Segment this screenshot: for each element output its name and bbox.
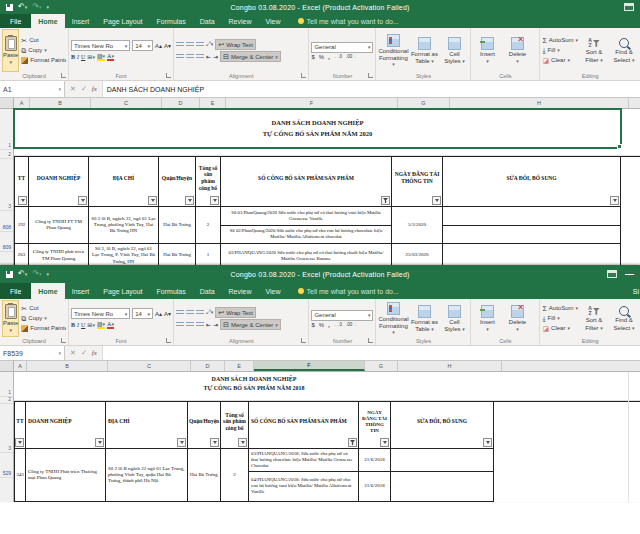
clipboard-dialog-launcher[interactable] bbox=[61, 73, 66, 78]
column-header[interactable]: A bbox=[14, 98, 30, 108]
orientation-button[interactable]: ⤢▾ bbox=[206, 41, 213, 48]
column-header[interactable]: H bbox=[398, 361, 502, 371]
header-cell[interactable]: DOANH NGHIỆP bbox=[26, 402, 106, 449]
align-middle-icon[interactable] bbox=[186, 42, 194, 48]
cut-button[interactable]: ✂Cut bbox=[21, 304, 66, 313]
filter-button[interactable] bbox=[432, 196, 441, 205]
column-header[interactable]: E bbox=[225, 361, 254, 371]
paste-button[interactable]: Paste ▾ bbox=[2, 300, 19, 337]
orientation-button[interactable]: ⤢▾ bbox=[206, 309, 213, 316]
cell-tt[interactable]: 263 bbox=[14, 244, 29, 265]
tab-formulas[interactable]: Formulas bbox=[150, 283, 193, 299]
insert-function-icon[interactable]: fx bbox=[92, 349, 97, 357]
formula-input[interactable] bbox=[103, 346, 640, 360]
column-header[interactable]: B bbox=[27, 361, 108, 371]
cell-product[interactable]: 04/PHANQUANG/2018: Sữa nước cho phụ nữ c… bbox=[249, 472, 358, 501]
header-cell[interactable]: TT bbox=[14, 157, 29, 207]
header-cell[interactable]: DOANH NGHIỆP bbox=[29, 157, 89, 207]
tab-review[interactable]: Review bbox=[222, 14, 259, 28]
filter-button[interactable] bbox=[210, 438, 219, 447]
fill-color-button[interactable]: ▨▾ bbox=[97, 320, 105, 329]
column-header[interactable]: C bbox=[91, 98, 162, 108]
insert-cells-button[interactable]: Insert▾ bbox=[473, 37, 501, 64]
align-bottom-icon[interactable] bbox=[196, 310, 204, 316]
align-center-icon[interactable] bbox=[186, 54, 194, 60]
percent-button[interactable]: % bbox=[319, 54, 324, 60]
comma-button[interactable]: , bbox=[328, 54, 330, 60]
cell-product[interactable]: 03/PHANQUANG/2018: Sữa nước cho phụ nữ c… bbox=[249, 449, 358, 472]
bold-button[interactable]: B bbox=[71, 54, 75, 60]
cell-note[interactable] bbox=[443, 207, 620, 226]
wrap-text-button[interactable]: ↩Wrap Text bbox=[215, 39, 256, 50]
alignment-dialog-launcher[interactable] bbox=[301, 73, 306, 78]
increase-decimal-button[interactable]: ←.0 bbox=[334, 322, 342, 327]
decrease-decimal-button[interactable]: .00→ bbox=[346, 322, 357, 327]
select-all-corner[interactable] bbox=[0, 98, 14, 108]
decrease-decimal-button[interactable]: .00→ bbox=[346, 54, 357, 59]
font-color-button[interactable]: A▾ bbox=[107, 53, 114, 61]
sort-filter-button[interactable]: AZ Sort &Filter ▾ bbox=[580, 306, 608, 331]
cell-company[interactable]: Công ty TNHH PT TM Phan Quang bbox=[29, 207, 89, 244]
fill-color-button[interactable]: ▨▾ bbox=[97, 52, 105, 61]
borders-button[interactable]: ⊞▾ bbox=[87, 53, 95, 60]
cell-address[interactable]: Số 2 lô B, ngách 22, ngõ 61 Lạc Trung, p… bbox=[89, 207, 159, 244]
number-dialog-launcher[interactable] bbox=[368, 338, 373, 343]
header-cell[interactable]: Tổng số sản phẩm công bố bbox=[221, 402, 249, 449]
tab-page-layout[interactable]: Page Layout bbox=[96, 14, 149, 28]
fill-button[interactable]: ⤓Fill▾ bbox=[542, 46, 578, 55]
grow-font-button[interactable]: A▴ bbox=[155, 42, 162, 49]
cell-address[interactable]: Số 2 lô B ngách 22 ngõ 61 Lạc Trung, phư… bbox=[106, 449, 188, 502]
align-left-icon[interactable] bbox=[176, 322, 184, 328]
cell-tt[interactable]: 343 bbox=[14, 449, 26, 502]
cancel-entry-icon[interactable]: ✕ bbox=[70, 349, 76, 357]
shrink-font-button[interactable]: A▾ bbox=[164, 310, 171, 317]
tab-insert[interactable]: Insert bbox=[65, 14, 97, 28]
formula-input[interactable]: DANH SÁCH DOANH NGHIỆP bbox=[103, 81, 640, 97]
header-cell[interactable]: SỐ CÔNG BỐ SẢN PHẨM/SẢN PHẨM bbox=[221, 157, 392, 207]
italic-button[interactable]: I bbox=[77, 322, 79, 328]
app-window-icon[interactable] bbox=[607, 270, 617, 278]
delete-cells-button[interactable]: Delete▾ bbox=[503, 305, 531, 332]
align-middle-icon[interactable] bbox=[186, 310, 194, 316]
tab-home[interactable]: Home bbox=[31, 14, 64, 28]
header-cell[interactable]: NGÀY ĐĂNG TẢI THÔNG TIN bbox=[392, 157, 443, 207]
filter-button[interactable] bbox=[177, 438, 186, 447]
increase-indent-button[interactable]: ⇥ bbox=[213, 53, 218, 60]
cell-total[interactable]: 1 bbox=[196, 244, 221, 265]
borders-button[interactable]: ⊞▾ bbox=[87, 321, 95, 328]
cell-district[interactable]: Hai Bà Trưng bbox=[188, 449, 221, 502]
filter-button[interactable] bbox=[18, 196, 27, 205]
cell-date[interactable]: 21/6/2018 bbox=[359, 449, 390, 472]
align-top-icon[interactable] bbox=[176, 310, 184, 316]
insert-function-icon[interactable]: fx bbox=[92, 85, 97, 93]
currency-button[interactable]: $ bbox=[311, 54, 314, 60]
filter-applied-button[interactable] bbox=[348, 438, 357, 447]
filter-button[interactable] bbox=[238, 438, 247, 447]
format-painter-button[interactable]: Format Painter bbox=[21, 324, 66, 333]
shrink-font-button[interactable]: A▾ bbox=[164, 42, 171, 49]
filter-button[interactable] bbox=[483, 438, 492, 447]
cell-date[interactable]: 5/3/2020 bbox=[392, 207, 443, 244]
tab-data[interactable]: Data bbox=[193, 283, 222, 299]
format-painter-button[interactable]: Format Painter bbox=[21, 56, 66, 65]
cell-tt[interactable]: 192 bbox=[14, 207, 29, 244]
column-header[interactable]: G bbox=[398, 98, 450, 108]
font-name-combo[interactable]: Times New Ro▾ bbox=[71, 40, 130, 51]
row-header[interactable]: 1 bbox=[0, 372, 13, 397]
tab-review[interactable]: Review bbox=[222, 283, 259, 299]
row-header[interactable]: 3 bbox=[0, 404, 13, 453]
row-header[interactable]: 529 bbox=[0, 453, 13, 478]
font-size-combo[interactable]: 14▾ bbox=[132, 308, 153, 319]
comma-button[interactable]: , bbox=[328, 322, 330, 328]
column-header-selected[interactable]: F bbox=[254, 361, 365, 371]
row-header[interactable]: 809 bbox=[0, 232, 13, 252]
cell-company[interactable]: Công ty TNHH Phát triển Thương mại Phan … bbox=[26, 449, 106, 502]
tab-insert[interactable]: Insert bbox=[65, 283, 97, 299]
sheet-title-cell[interactable]: DANH SÁCH DOANH NGHIỆP TỰ CÔNG BỐ SẢN PH… bbox=[14, 109, 621, 148]
bold-button[interactable]: B bbox=[71, 322, 75, 328]
cell-company[interactable]: Công ty TNHH phát triển TM Phan Quang bbox=[29, 244, 89, 265]
format-as-table-button[interactable]: Format asTable ▾ bbox=[410, 37, 438, 65]
underline-button[interactable]: U bbox=[81, 54, 85, 60]
sheet-title-cell[interactable]: DANH SÁCH DOANH NGHIỆP TỰ CÔNG BỐ SẢN PH… bbox=[14, 372, 494, 395]
cell-total[interactable]: 2 bbox=[221, 449, 249, 502]
